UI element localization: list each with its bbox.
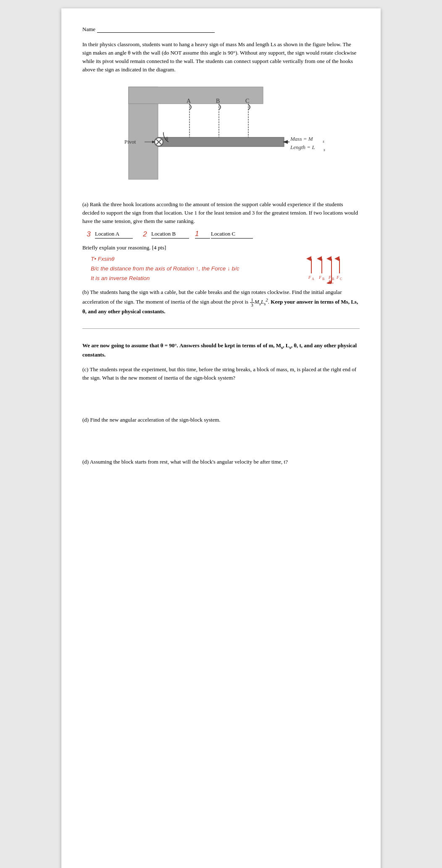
moment-label: MsLs2 [255, 299, 268, 305]
loc-c-rank: 1 [195, 230, 199, 238]
handwritten-section: F A F B F B F C F g [82, 254, 360, 288]
svg-text:s: s [323, 139, 324, 144]
name-row: Name [82, 25, 360, 33]
part-d-text: (d) Find the new angular acceleration of… [82, 416, 360, 424]
svg-text:C: C [245, 98, 249, 104]
page: Name In their physics classroom, student… [61, 8, 381, 868]
svg-text:A: A [187, 98, 191, 104]
svg-text:F: F [308, 275, 311, 280]
frac-denominator: 3 [250, 303, 254, 307]
svg-rect-2 [158, 137, 284, 147]
ranking-row: 3 Location A 2 Location B 1 Location C [82, 230, 360, 239]
name-underline [97, 25, 215, 33]
svg-text:Pivot: Pivot [124, 139, 136, 145]
part-b-fraction: 1 3 [250, 298, 254, 307]
svg-text:B: B [216, 98, 220, 104]
section2-intro-text: We are now going to assume that θ = 90°.… [82, 342, 357, 358]
svg-text:Mass = M: Mass = M [290, 136, 313, 142]
svg-text:B: B [332, 277, 334, 281]
loc-b-rank: 2 [139, 230, 151, 239]
name-label: Name [82, 26, 95, 33]
loc-a-rank: 3 [82, 230, 95, 239]
intro-text: In their physics classroom, students wan… [82, 40, 360, 74]
svg-text:s: s [324, 147, 325, 152]
part-b-text: (b) The students hang the sign with a ca… [82, 288, 360, 316]
svg-text:C: C [340, 277, 342, 281]
svg-text:Length = L: Length = L [290, 144, 315, 150]
loc-a-label: Location A [95, 231, 133, 239]
svg-text:F: F [318, 275, 322, 280]
part-e-text: (d) Assuming the block starts from rest,… [82, 458, 360, 466]
svg-text:F: F [336, 275, 339, 280]
section2-intro: We are now going to assume that θ = 90°.… [82, 341, 360, 359]
loc-b-label: Location B [151, 231, 189, 239]
part-c-text: (c) The students repeat the experiment, … [82, 365, 360, 382]
svg-text:g: g [332, 281, 334, 284]
svg-text:B: B [322, 277, 324, 281]
svg-text:A: A [312, 277, 314, 281]
section-divider [82, 328, 360, 329]
svg-text:θ: θ [166, 136, 168, 142]
diagram-svg: A B C θ Pivot [116, 83, 326, 192]
svg-rect-1 [129, 87, 263, 104]
part-a-question: (a) Rank the three hook locations accord… [82, 200, 360, 226]
diagram-container: A B C θ Pivot [82, 83, 360, 192]
svg-text:F: F [328, 279, 332, 284]
loc-c-label: Location C [211, 231, 253, 239]
forces-diagram: F A F B F B F C F g [305, 250, 347, 286]
